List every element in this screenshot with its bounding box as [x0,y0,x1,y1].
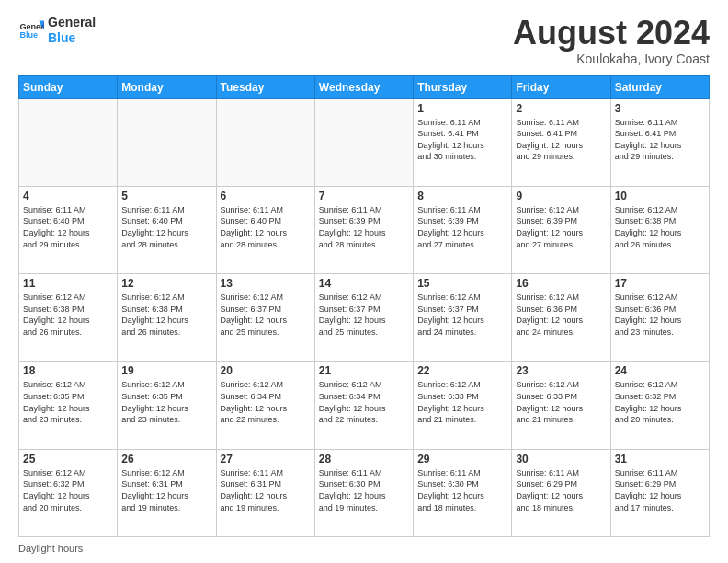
day-number: 25 [23,453,113,465]
calendar-cell: 12Sunrise: 6:12 AM Sunset: 6:38 PM Dayli… [118,274,216,362]
calendar-cell: 17Sunrise: 6:12 AM Sunset: 6:36 PM Dayli… [610,274,709,362]
calendar-cell: 19Sunrise: 6:12 AM Sunset: 6:35 PM Dayli… [118,362,216,449]
calendar-cell: 11Sunrise: 6:12 AM Sunset: 6:38 PM Dayli… [19,274,118,362]
calendar-cell: 29Sunrise: 6:11 AM Sunset: 6:30 PM Dayli… [414,449,512,536]
calendar-cell [314,98,413,186]
day-number: 28 [319,453,409,465]
day-number: 31 [615,453,705,465]
calendar-week-row: 11Sunrise: 6:12 AM Sunset: 6:38 PM Dayli… [19,274,710,362]
logo-icon: General Blue [18,17,44,43]
day-info: Sunrise: 6:11 AM Sunset: 6:40 PM Dayligh… [23,204,113,250]
day-number: 26 [121,453,211,465]
calendar-header-row: SundayMondayTuesdayWednesdayThursdayFrid… [19,75,710,98]
calendar-cell [118,98,216,186]
day-number: 8 [417,190,507,202]
day-info: Sunrise: 6:12 AM Sunset: 6:33 PM Dayligh… [516,379,606,425]
calendar-week-row: 18Sunrise: 6:12 AM Sunset: 6:35 PM Dayli… [19,362,710,449]
day-info: Sunrise: 6:12 AM Sunset: 6:35 PM Dayligh… [121,379,211,425]
calendar-cell: 24Sunrise: 6:12 AM Sunset: 6:32 PM Dayli… [610,362,709,449]
calendar-cell: 13Sunrise: 6:12 AM Sunset: 6:37 PM Dayli… [216,274,314,362]
calendar-cell: 9Sunrise: 6:12 AM Sunset: 6:39 PM Daylig… [512,186,610,273]
day-info: Sunrise: 6:11 AM Sunset: 6:41 PM Dayligh… [615,117,705,163]
day-number: 24 [615,364,705,377]
day-number: 19 [121,364,211,377]
calendar-cell: 15Sunrise: 6:12 AM Sunset: 6:37 PM Dayli… [414,274,512,362]
day-info: Sunrise: 6:11 AM Sunset: 6:31 PM Dayligh… [221,467,311,513]
day-info: Sunrise: 6:12 AM Sunset: 6:37 PM Dayligh… [221,292,311,338]
calendar-cell: 26Sunrise: 6:12 AM Sunset: 6:31 PM Dayli… [118,449,216,536]
calendar-cell: 28Sunrise: 6:11 AM Sunset: 6:30 PM Dayli… [314,449,413,536]
logo-line1: General [48,15,96,30]
calendar-cell: 8Sunrise: 6:11 AM Sunset: 6:39 PM Daylig… [414,186,512,273]
subtitle: Koulokaha, Ivory Coast [513,52,710,66]
day-number: 23 [516,364,606,377]
day-number: 14 [319,277,409,290]
day-number: 11 [23,277,113,290]
calendar-cell: 22Sunrise: 6:12 AM Sunset: 6:33 PM Dayli… [414,362,512,449]
day-number: 5 [121,190,211,202]
day-info: Sunrise: 6:11 AM Sunset: 6:29 PM Dayligh… [615,467,705,513]
calendar-cell: 6Sunrise: 6:11 AM Sunset: 6:40 PM Daylig… [216,186,314,273]
calendar-day-header: Thursday [414,75,512,98]
day-number: 7 [319,190,409,202]
main-title: August 2024 [513,15,710,52]
day-info: Sunrise: 6:11 AM Sunset: 6:41 PM Dayligh… [417,117,507,163]
calendar-day-header: Tuesday [216,75,314,98]
day-number: 18 [23,364,113,377]
day-number: 1 [417,102,507,115]
calendar-cell: 1Sunrise: 6:11 AM Sunset: 6:41 PM Daylig… [414,98,512,186]
calendar-cell: 31Sunrise: 6:11 AM Sunset: 6:29 PM Dayli… [610,449,709,536]
calendar-day-header: Saturday [610,75,709,98]
day-info: Sunrise: 6:12 AM Sunset: 6:32 PM Dayligh… [23,467,113,513]
calendar-cell: 7Sunrise: 6:11 AM Sunset: 6:39 PM Daylig… [314,186,413,273]
calendar-cell: 10Sunrise: 6:12 AM Sunset: 6:38 PM Dayli… [610,186,709,273]
day-info: Sunrise: 6:11 AM Sunset: 6:39 PM Dayligh… [319,204,409,250]
calendar-cell: 20Sunrise: 6:12 AM Sunset: 6:34 PM Dayli… [216,362,314,449]
day-number: 3 [615,102,705,115]
page: General Blue General Blue August 2024 Ko… [0,0,728,563]
calendar-cell: 4Sunrise: 6:11 AM Sunset: 6:40 PM Daylig… [19,186,118,273]
logo-line2: Blue [48,30,96,46]
day-info: Sunrise: 6:12 AM Sunset: 6:36 PM Dayligh… [615,292,705,338]
calendar-day-header: Monday [118,75,216,98]
day-info: Sunrise: 6:12 AM Sunset: 6:37 PM Dayligh… [319,292,409,338]
calendar-cell: 27Sunrise: 6:11 AM Sunset: 6:31 PM Dayli… [216,449,314,536]
calendar-cell: 3Sunrise: 6:11 AM Sunset: 6:41 PM Daylig… [610,98,709,186]
calendar-cell [216,98,314,186]
day-info: Sunrise: 6:12 AM Sunset: 6:34 PM Dayligh… [221,379,311,425]
day-number: 20 [221,364,311,377]
day-number: 2 [516,102,606,115]
day-number: 27 [221,453,311,465]
svg-text:Blue: Blue [19,30,38,40]
calendar-cell: 14Sunrise: 6:12 AM Sunset: 6:37 PM Dayli… [314,274,413,362]
calendar-cell: 18Sunrise: 6:12 AM Sunset: 6:35 PM Dayli… [19,362,118,449]
day-info: Sunrise: 6:12 AM Sunset: 6:35 PM Dayligh… [23,379,113,425]
day-number: 12 [121,277,211,290]
footer-label: Daylight hours [18,543,83,554]
calendar-cell: 23Sunrise: 6:12 AM Sunset: 6:33 PM Dayli… [512,362,610,449]
day-number: 4 [23,190,113,202]
calendar-cell: 30Sunrise: 6:11 AM Sunset: 6:29 PM Dayli… [512,449,610,536]
day-number: 17 [615,277,705,290]
header: General Blue General Blue August 2024 Ko… [18,15,710,66]
calendar-week-row: 25Sunrise: 6:12 AM Sunset: 6:32 PM Dayli… [19,449,710,536]
day-info: Sunrise: 6:12 AM Sunset: 6:34 PM Dayligh… [319,379,409,425]
day-info: Sunrise: 6:12 AM Sunset: 6:38 PM Dayligh… [23,292,113,338]
title-block: August 2024 Koulokaha, Ivory Coast [513,15,710,66]
day-info: Sunrise: 6:11 AM Sunset: 6:41 PM Dayligh… [516,117,606,163]
calendar-cell: 21Sunrise: 6:12 AM Sunset: 6:34 PM Dayli… [314,362,413,449]
calendar-cell [19,98,118,186]
day-number: 30 [516,453,606,465]
calendar-cell: 2Sunrise: 6:11 AM Sunset: 6:41 PM Daylig… [512,98,610,186]
day-info: Sunrise: 6:11 AM Sunset: 6:29 PM Dayligh… [516,467,606,513]
day-info: Sunrise: 6:11 AM Sunset: 6:40 PM Dayligh… [221,204,311,250]
day-number: 6 [221,190,311,202]
day-number: 9 [516,190,606,202]
calendar-cell: 16Sunrise: 6:12 AM Sunset: 6:36 PM Dayli… [512,274,610,362]
calendar-table: SundayMondayTuesdayWednesdayThursdayFrid… [18,75,710,537]
day-info: Sunrise: 6:12 AM Sunset: 6:32 PM Dayligh… [615,379,705,425]
day-info: Sunrise: 6:12 AM Sunset: 6:39 PM Dayligh… [516,204,606,250]
day-number: 15 [417,277,507,290]
calendar-cell: 5Sunrise: 6:11 AM Sunset: 6:40 PM Daylig… [118,186,216,273]
day-number: 10 [615,190,705,202]
